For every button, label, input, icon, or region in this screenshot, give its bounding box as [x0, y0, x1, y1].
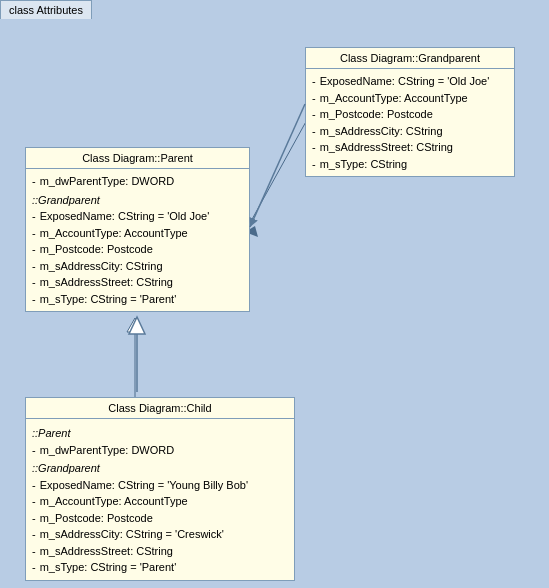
gp-text-2: m_AccountType: AccountType — [320, 90, 468, 107]
gp-bullet-4: - — [312, 123, 316, 140]
p-text-3: m_AccountType: AccountType — [40, 225, 188, 242]
svg-line-0 — [245, 118, 308, 232]
gp-text-1: ExposedName: CString = 'Old Joe' — [320, 73, 490, 90]
c-text-3: m_AccountType: AccountType — [40, 493, 188, 510]
p-attr-2: - ExposedName: CString = 'Old Joe' — [32, 208, 243, 225]
p-attr-6: - m_sAddressStreet: CString — [32, 274, 243, 291]
gp-bullet-3: - — [312, 106, 316, 123]
c-section-parent: ::Parent — [32, 425, 288, 442]
c-attr-3: - m_AccountType: AccountType — [32, 493, 288, 510]
c-bullet-2: - — [32, 477, 36, 494]
diagram-area: Class Diagram::Grandparent - ExposedName… — [0, 22, 549, 588]
c-bullet-5: - — [32, 526, 36, 543]
child-box: Class Diagram::Child ::Parent - m_dwPare… — [25, 397, 295, 581]
p-bullet-2: - — [32, 208, 36, 225]
c-attr-5: - m_sAddressCity: CString = 'Creswick' — [32, 526, 288, 543]
p-text-2: ExposedName: CString = 'Old Joe' — [40, 208, 210, 225]
c-attr-2: - ExposedName: CString = 'Young Billy Bo… — [32, 477, 288, 494]
p-text-5: m_sAddressCity: CString — [40, 258, 163, 275]
svg-line-4 — [250, 104, 305, 227]
svg-marker-6 — [129, 317, 145, 334]
c-attr-1: - m_dwParentType: DWORD — [32, 442, 288, 459]
c-text-1: m_dwParentType: DWORD — [40, 442, 174, 459]
p-attr-1: - m_dwParentType: DWORD — [32, 173, 243, 190]
gp-text-6: m_sType: CString — [320, 156, 407, 173]
p-bullet-6: - — [32, 274, 36, 291]
child-body: ::Parent - m_dwParentType: DWORD ::Grand… — [26, 419, 294, 580]
p-attr-3: - m_AccountType: AccountType — [32, 225, 243, 242]
p-text-7: m_sType: CString = 'Parent' — [40, 291, 177, 308]
svg-marker-3 — [127, 318, 143, 332]
c-text-5: m_sAddressCity: CString = 'Creswick' — [40, 526, 224, 543]
gp-attr-5: - m_sAddressStreet: CString — [312, 139, 508, 156]
c-text-4: m_Postcode: Postcode — [40, 510, 153, 527]
parent-body: - m_dwParentType: DWORD ::Grandparent - … — [26, 169, 249, 311]
p-text-6: m_sAddressStreet: CString — [40, 274, 173, 291]
parent-title: Class Diagram::Parent — [26, 148, 249, 169]
grandparent-body: - ExposedName: CString = 'Old Joe' - m_A… — [306, 69, 514, 176]
gp-bullet-1: - — [312, 73, 316, 90]
c-bullet-7: - — [32, 559, 36, 576]
c-bullet-3: - — [32, 493, 36, 510]
gp-bullet-2: - — [312, 90, 316, 107]
c-section-gp: ::Grandparent — [32, 460, 288, 477]
gp-text-5: m_sAddressStreet: CString — [320, 139, 453, 156]
p-text-4: m_Postcode: Postcode — [40, 241, 153, 258]
gp-attr-3: - m_Postcode: Postcode — [312, 106, 508, 123]
p-bullet-1: - — [32, 173, 36, 190]
c-attr-4: - m_Postcode: Postcode — [32, 510, 288, 527]
c-text-7: m_sType: CString = 'Parent' — [40, 559, 177, 576]
p-attr-5: - m_sAddressCity: CString — [32, 258, 243, 275]
c-attr-7: - m_sType: CString = 'Parent' — [32, 559, 288, 576]
p-attr-4: - m_Postcode: Postcode — [32, 241, 243, 258]
gp-attr-2: - m_AccountType: AccountType — [312, 90, 508, 107]
gp-attr-6: - m_sType: CString — [312, 156, 508, 173]
p-bullet-7: - — [32, 291, 36, 308]
c-bullet-4: - — [32, 510, 36, 527]
grandparent-box: Class Diagram::Grandparent - ExposedName… — [305, 47, 515, 177]
c-attr-6: - m_sAddressStreet: CString — [32, 543, 288, 560]
p-section-gp: ::Grandparent — [32, 192, 243, 209]
p-attr-7: - m_sType: CString = 'Parent' — [32, 291, 243, 308]
gp-bullet-6: - — [312, 156, 316, 173]
parent-box: Class Diagram::Parent - m_dwParentType: … — [25, 147, 250, 312]
tab-label: class Attributes — [0, 0, 92, 19]
gp-attr-4: - m_sAddressCity: CString — [312, 123, 508, 140]
gp-text-3: m_Postcode: Postcode — [320, 106, 433, 123]
gp-bullet-5: - — [312, 139, 316, 156]
p-bullet-3: - — [32, 225, 36, 242]
c-bullet-1: - — [32, 442, 36, 459]
p-bullet-4: - — [32, 241, 36, 258]
p-bullet-5: - — [32, 258, 36, 275]
p-text-1: m_dwParentType: DWORD — [40, 173, 174, 190]
c-text-6: m_sAddressStreet: CString — [40, 543, 173, 560]
child-title: Class Diagram::Child — [26, 398, 294, 419]
gp-text-4: m_sAddressCity: CString — [320, 123, 443, 140]
c-text-2: ExposedName: CString = 'Young Billy Bob' — [40, 477, 248, 494]
gp-attr-1: - ExposedName: CString = 'Old Joe' — [312, 73, 508, 90]
grandparent-title: Class Diagram::Grandparent — [306, 48, 514, 69]
c-bullet-6: - — [32, 543, 36, 560]
